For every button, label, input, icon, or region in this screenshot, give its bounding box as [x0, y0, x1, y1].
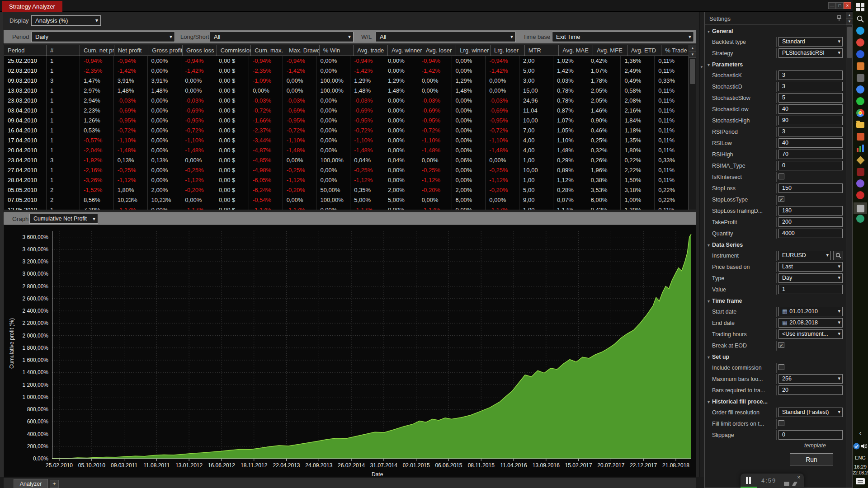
- checkbox[interactable]: [778, 174, 784, 179]
- table-row[interactable]: 05.05.20102-1,52%1,80%2,00%-0,20%0,00 $-…: [4, 185, 689, 195]
- app-icon[interactable]: [856, 155, 865, 164]
- settings-section-header[interactable]: ▾Historical fill proce...: [705, 396, 846, 407]
- app-icon[interactable]: [856, 85, 865, 94]
- text-input[interactable]: 150: [778, 183, 843, 193]
- table-row[interactable]: 03.04.201012,23%-0,69%0,00%-0,69%0,00 $-…: [4, 106, 689, 116]
- column-header[interactable]: Gross loss: [183, 45, 217, 56]
- active-app-icon[interactable]: [854, 202, 867, 214]
- checkbox[interactable]: [778, 364, 784, 370]
- column-header[interactable]: Max. Drawd: [285, 45, 320, 56]
- text-input[interactable]: 200: [778, 217, 843, 227]
- tab-analyzer[interactable]: Analyzer: [14, 479, 48, 488]
- dropdown[interactable]: 256▾: [778, 374, 843, 384]
- table-row[interactable]: 16.04.201010,53%-0,72%0,00%-0,72%0,00 $-…: [4, 126, 689, 136]
- table-row[interactable]: 07.05.201028,56%10,23%10,23%0,00%0,00 $-…: [4, 195, 689, 205]
- settings-section-header[interactable]: ▾General: [705, 26, 846, 37]
- pause-icon[interactable]: [749, 477, 751, 484]
- table-row[interactable]: 25.02.20101-0,94%-0,94%0,00%-0,94%0,00 $…: [4, 56, 689, 66]
- close-button[interactable]: ×: [844, 2, 851, 9]
- table-row[interactable]: 02.03.20101-2,35%-1,42%0,00%-1,42%0,00 $…: [4, 66, 689, 76]
- briefcase-icon[interactable]: [784, 482, 789, 486]
- chart-plot-area[interactable]: [52, 231, 691, 459]
- column-header[interactable]: #: [47, 45, 80, 56]
- app-icon[interactable]: [856, 61, 865, 70]
- column-header[interactable]: Commission: [217, 45, 251, 56]
- text-input[interactable]: 5: [778, 93, 843, 103]
- dropdown[interactable]: Last▾: [778, 262, 843, 272]
- text-input[interactable]: 20: [778, 385, 843, 395]
- settings-section-header[interactable]: ▾Set up: [705, 352, 846, 362]
- settings-section-header[interactable]: ▾Parameters: [705, 59, 846, 70]
- table-row[interactable]: 23.04.20103-1,92%0,13%0,13%0,00%0,00 $-4…: [4, 155, 689, 165]
- dropdown[interactable]: EURUSD▾: [778, 251, 831, 260]
- start-tiles-icon[interactable]: [856, 3, 865, 12]
- panel-splitter[interactable]: ▼: [699, 12, 704, 477]
- app-icon[interactable]: [856, 73, 865, 82]
- scroll-up-icon[interactable]: ▲: [846, 12, 853, 19]
- table-row[interactable]: 20.04.20101-2,04%-1,48%0,00%-1,48%0,00 $…: [4, 145, 689, 155]
- template-link[interactable]: template: [804, 442, 826, 449]
- app-icon[interactable]: [856, 132, 865, 141]
- chart-app-icon[interactable]: [856, 144, 865, 153]
- column-header[interactable]: Cum. net pr: [80, 45, 114, 56]
- media-close-icon[interactable]: ×: [797, 474, 800, 480]
- table-row[interactable]: 12.05.201017,39%-1,17%0,00%-1,17%0,00 $-…: [4, 205, 689, 210]
- checkbox[interactable]: [778, 420, 784, 426]
- app-icon[interactable]: [856, 167, 865, 176]
- app-icon[interactable]: [856, 97, 865, 106]
- settings-section-header[interactable]: ▾Data Series: [705, 239, 846, 250]
- column-header[interactable]: Avg. MAE: [559, 45, 593, 56]
- app-icon[interactable]: [856, 179, 865, 188]
- text-input[interactable]: 90: [778, 116, 843, 125]
- scroll-down-icon[interactable]: ▼: [689, 52, 696, 58]
- browser-icon[interactable]: [856, 108, 865, 117]
- run-button[interactable]: Run: [790, 453, 833, 465]
- column-header[interactable]: Avg. loser: [422, 45, 457, 56]
- language-indicator[interactable]: ENG: [853, 455, 868, 460]
- settings-section-header[interactable]: ▾Time frame: [705, 296, 846, 306]
- dropdown[interactable]: Day▾: [778, 273, 843, 283]
- column-header[interactable]: Avg. ETD: [627, 45, 662, 56]
- column-header[interactable]: Avg. trade: [354, 45, 388, 56]
- scroll-up-icon[interactable]: ▲: [689, 45, 696, 52]
- table-row[interactable]: 27.04.20101-2,16%-0,25%0,00%-0,25%0,00 $…: [4, 165, 689, 175]
- taskbar-search-icon[interactable]: [856, 14, 865, 23]
- speaker-icon[interactable]: [861, 443, 868, 451]
- collapse-chevron-icon[interactable]: ‹: [853, 429, 868, 436]
- column-header[interactable]: Net profit: [114, 45, 149, 56]
- instrument-search-button[interactable]: [833, 251, 843, 260]
- date-picker[interactable]: ▦01.01.2010▾: [778, 307, 843, 316]
- table-row[interactable]: 09.04.201011,26%-0,95%0,00%-0,95%0,00 $-…: [4, 116, 689, 126]
- graph-select[interactable]: Cumulative Net Profit▾: [29, 214, 98, 224]
- text-input[interactable]: 0: [778, 161, 843, 170]
- wrench-icon[interactable]: [792, 482, 797, 486]
- text-input[interactable]: 3: [778, 82, 843, 91]
- app-icon[interactable]: [856, 26, 865, 35]
- column-header[interactable]: Avg. MFE: [593, 45, 627, 56]
- text-input[interactable]: 40: [778, 138, 843, 148]
- checkbox[interactable]: ✓: [778, 342, 784, 348]
- table-row[interactable]: 09.03.201031,47%3,91%3,91%0,00%0,00 $-1,…: [4, 76, 689, 86]
- table-row[interactable]: 13.03.201012,97%1,48%1,48%0,00%0,00 $0,0…: [4, 86, 689, 96]
- wl-select[interactable]: All▾: [376, 32, 516, 42]
- settings-scrollbar[interactable]: ▲ ▼: [846, 12, 852, 488]
- table-row[interactable]: 17.04.20101-0,57%-1,10%0,00%-1,10%0,00 $…: [4, 136, 689, 145]
- date-picker[interactable]: ▦20.08.2018▾: [778, 318, 843, 328]
- text-input[interactable]: 4000: [778, 229, 843, 238]
- text-input[interactable]: 3: [778, 70, 843, 80]
- clock-date[interactable]: 22.08.2018: [853, 470, 868, 475]
- table-row[interactable]: 28.04.20101-3,26%-1,12%0,00%-1,12%0,00 $…: [4, 175, 689, 185]
- scrollbar-thumb[interactable]: [847, 27, 852, 58]
- clock-time[interactable]: 16:29: [853, 464, 868, 469]
- maximize-button[interactable]: □: [836, 2, 844, 9]
- scrollbar-thumb[interactable]: [690, 59, 695, 84]
- pause-icon[interactable]: [746, 477, 748, 484]
- column-header[interactable]: Avg. winner: [388, 45, 422, 56]
- period-select[interactable]: Daily▾: [31, 32, 175, 42]
- column-header[interactable]: Lrg. loser: [491, 45, 525, 56]
- app-icon[interactable]: [856, 191, 865, 200]
- pin-icon[interactable]: [837, 15, 841, 23]
- splitter-collapse-icon[interactable]: ▼: [700, 65, 703, 69]
- app-icon[interactable]: [856, 50, 865, 59]
- column-header[interactable]: Lrg. winner: [456, 45, 491, 56]
